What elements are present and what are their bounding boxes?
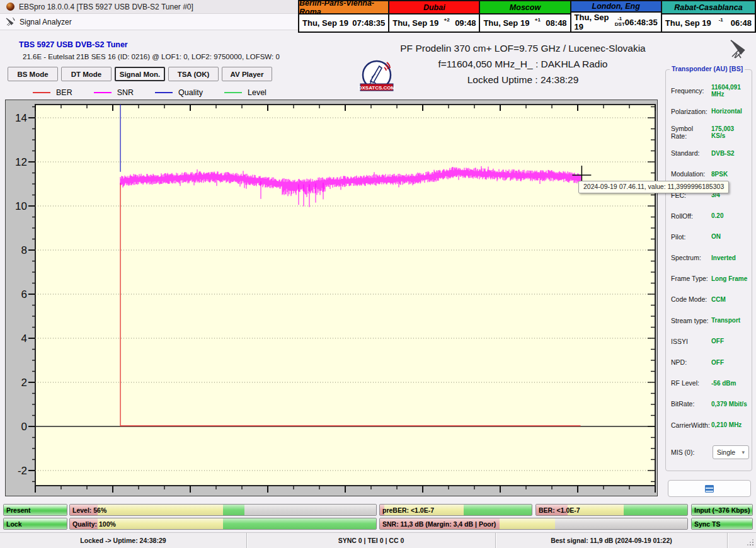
clock-cell: Berlin-Paris-Vienna-Roma Thu, Sep 19 07:… [299,1,389,31]
transponder-row-label: Frequency: [671,87,710,94]
svg-text:-2: -2 [18,465,27,477]
transponder-row-label: Frame Type: [671,275,710,282]
meter-label: SNR: 11,3 dB (Margin: 3,4 dB | Poor) [382,518,496,529]
list-stripes-icon [705,485,714,493]
tab-signal-mon-[interactable]: Signal Mon. [115,67,165,81]
meter-zone-green [223,518,376,529]
menu-item-signal-analyzer[interactable]: Signal Analyzer [20,18,72,26]
clock-time: Thu, Sep 19 +2 09:48 [389,14,479,31]
transponder-row-label: Code Mode: [671,295,710,303]
transponder-row: Stream type: Transport [671,310,749,331]
transponder-row-label: Stream type: [671,317,710,324]
statusbar-best-signal: Best signal: 11,9 dB (2024-09-19 01:22) [496,533,728,548]
svg-text:4: 4 [21,333,27,345]
tab-label: BS Mode [17,71,48,78]
legend-color-dash [94,92,112,93]
transponder-row-label: Modulation: [671,170,710,178]
satellite-dish-icon [5,17,16,26]
meter-label: BER: <1.0E-7 [539,505,580,515]
transponder-row-label: Polarization: [671,108,710,115]
transponder-row-value: -56 dBm [711,380,749,387]
legend-color-dash [155,92,173,93]
transponder-row-value: Transport [711,317,749,324]
transponder-row: ISSYI OFF [671,331,749,351]
transponder-row-label: Spectrum: [671,254,710,261]
tab-tsa-ok-[interactable]: TSA (OK) [168,67,219,81]
meter-zone-green [624,505,687,515]
signal-chart[interactable]: 14121086420-2 [5,100,658,496]
svg-text:10: 10 [15,200,27,212]
clock-city: Dubai [389,1,479,14]
logo-text-svg: DXSATCS.COM [358,85,396,91]
clock-city: Rabat-Casablanca [662,1,755,14]
chevron-down-icon: ▾ [742,449,745,455]
transponder-row: Standard: DVB-S2 [671,143,749,164]
transponder-row: CarrierWidth: 0,210 MHz [671,414,749,435]
meter-present: Present [3,504,67,516]
window-title: EBSpro 18.0.0.4 [TBS 5927 USB DVB-S2 Tun… [19,3,193,11]
clock-date: Thu, Sep 19 [483,18,529,28]
world-clocks: Berlin-Paris-Vienna-Roma Thu, Sep 19 07:… [298,0,756,33]
stream-list-button[interactable] [668,480,751,497]
app-window: EBSpro 18.0.0.4 [TBS 5927 USB DVB-S2 Tun… [0,0,756,548]
clock-offset: +2 [444,18,450,23]
resize-grip[interactable] [746,538,753,545]
transponder-row: Code Mode: CCM [671,289,749,310]
transponder-row-label: RollOff: [671,212,710,220]
mis-label: MIS (0): [671,448,710,456]
transponder-row: BitRate: 0,379 Mbit/s [671,394,749,414]
transponder-panel-title: Transponder (AU) [BS] [670,65,745,72]
transponder-row: RollOff: 0.20 [671,205,749,226]
transponder-row-label: Symbol Rate: [671,125,710,140]
clock-offset: -1 [719,18,723,23]
mis-selected-value: Single [717,448,735,456]
svg-text:2: 2 [21,377,27,389]
meter-zone-gray [244,505,376,515]
clock-cell: Rabat-Casablanca Thu, Sep 19 -1 06:48 [662,1,755,31]
transponder-row-value: 8PSK [711,171,749,178]
statusbar-sync: SYNC 0 | TEI 0 | CC 0 [247,533,496,548]
antenna-info: PF Prodelin 370 cm+ LOF=9.75 GHz / Lucen… [277,43,756,54]
mode-tabs: BS Mode DT Mode Signal Mon. TSA (OK) AV … [8,67,272,81]
legend-color-dash [33,92,50,93]
svg-text:12: 12 [15,156,27,168]
mis-dropdown[interactable]: Single ▾ [713,445,749,459]
transponder-row-label: Standard: [671,149,710,157]
clock-time: Thu, Sep 19 -1 06:48 [662,14,755,31]
clock-offset: -1DST [615,16,625,28]
meter-lock: Lock [3,518,67,530]
transponder-row: NPD: OFF [671,351,749,372]
transponder-row-value: CCM [711,296,749,303]
clock-date: Thu, Sep 19 [665,18,711,28]
tab-av-player[interactable]: AV Player [222,67,272,81]
transponder-row-value: 0.20 [711,212,749,219]
tuner-name: TBS 5927 USB DVB-S2 Tuner [19,40,128,49]
tab-dt-mode[interactable]: DT Mode [61,67,112,81]
transponder-row-label: NPD: [671,358,710,366]
clock-time: Thu, Sep 19 -1DST 06:48:35 [571,13,661,31]
meter-zone-green [464,505,532,515]
clock-city: Moscow [480,1,570,14]
meter-syncts: Sync TS [691,518,753,530]
transponder-rows: Frequency: 11604,091 MHz Polarization: H… [671,80,749,460]
transponder-panel: Transponder (AU) [BS] Frequency: 11604,0… [665,69,752,471]
meter-zone-green [223,505,244,515]
transponder-row-value: 11604,091 MHz [711,84,749,98]
legend-item: Level [224,88,266,97]
clock-city: London, Eng [571,1,661,13]
transponder-row-value: ON [711,233,749,240]
clock-time: Thu, Sep 19 +1 08:48 [480,14,570,31]
svg-text:14: 14 [15,112,27,124]
meter-label: preBER: <1.0E-7 [382,505,434,515]
clock-time: Thu, Sep 19 07:48:35 [299,14,388,31]
legend-item: SNR [94,88,134,97]
meter-zones [70,505,376,515]
tab-bs-mode[interactable]: BS Mode [8,67,58,81]
transponder-row-label: ISSYI [671,338,710,345]
meter-zone-gray [555,518,687,529]
clock-cell: Dubai Thu, Sep 19 +2 09:48 [389,1,480,31]
meter-label: Present [6,505,31,515]
status-bar: Locked -> Uptime: 24:38:29 SYNC 0 | TEI … [0,532,756,548]
menu-bar: Signal Analyzer [0,14,298,30]
legend-item: BER [33,88,72,97]
